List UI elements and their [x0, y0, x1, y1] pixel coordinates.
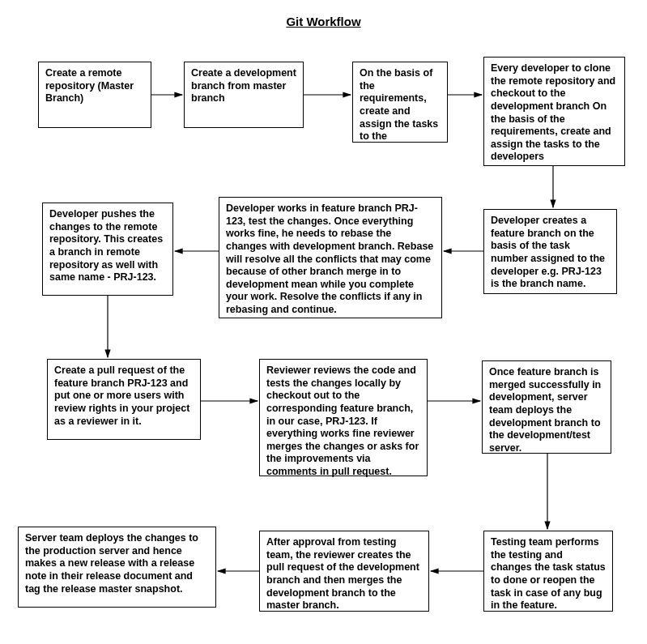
- box-clone-checkout: Every developer to clone the remote repo…: [483, 57, 625, 166]
- box-create-dev-branch: Create a development branch from master …: [184, 62, 304, 128]
- box-push-remote: Developer pushes the changes to the remo…: [42, 203, 173, 296]
- box-create-remote-repo: Create a remote repository (Master Branc…: [38, 62, 151, 128]
- box-create-feature-branch: Developer creates a feature branch on th…: [483, 209, 617, 294]
- box-work-rebase: Developer works in feature branch PRJ-12…: [219, 197, 442, 318]
- box-merge-to-master: After approval from testing team, the re…: [259, 531, 429, 612]
- box-create-assign-tasks: On the basis of the requirements, create…: [352, 62, 448, 143]
- box-create-pull-request: Create a pull request of the feature bra…: [47, 359, 201, 440]
- page-title: Git Workflow: [286, 15, 360, 28]
- box-testing-team: Testing team performs the testing and ch…: [483, 531, 613, 612]
- box-reviewer-reviews: Reviewer reviews the code and tests the …: [259, 359, 428, 476]
- box-deploy-production: Server team deploys the changes to the p…: [18, 527, 216, 608]
- box-deploy-dev: Once feature branch is merged successful…: [482, 360, 611, 454]
